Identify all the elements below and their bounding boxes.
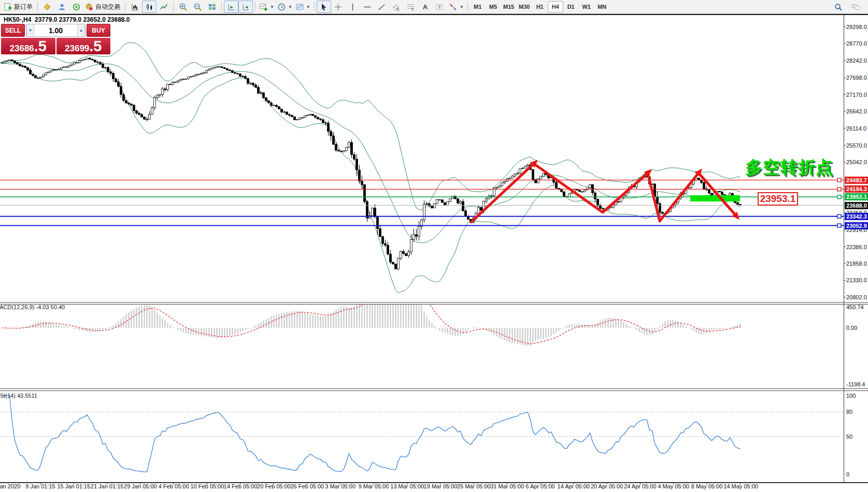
- period-selector-button[interactable]: ▼: [276, 1, 294, 13]
- zoom-in-button[interactable]: [176, 1, 190, 13]
- price-tick-label: 25042.0: [846, 159, 868, 165]
- time-label: 6 Apr 05:00: [524, 483, 557, 489]
- horizontal-line-tool-button[interactable]: [360, 1, 375, 13]
- fibonacci-tool-button[interactable]: F: [404, 1, 418, 13]
- new-order-icon: [4, 3, 12, 11]
- buy-price[interactable]: 23699 .5: [56, 38, 111, 54]
- macd-axis-label: -1198.4: [846, 381, 868, 387]
- rsi-line: [2, 396, 741, 472]
- text-label-tool-button[interactable]: T: [433, 1, 447, 13]
- time-label: 3 Mar 05:00: [324, 483, 357, 489]
- price-chart-canvas[interactable]: [0, 0, 868, 492]
- community-icon: [58, 3, 66, 11]
- dropdown-arrow-icon: ▼: [288, 5, 292, 9]
- autotrade-icon: [85, 3, 94, 11]
- macd-indicator-label: MACD(12,26,9) -4.03 50.40: [0, 304, 65, 310]
- search-button[interactable]: [831, 1, 845, 13]
- templates-button[interactable]: ▼: [294, 1, 312, 13]
- price-badge-23688.0: 23688.0: [845, 202, 868, 209]
- zoom-out-icon: [193, 3, 202, 11]
- price-badge-23342.3: 23342.3: [845, 213, 868, 220]
- line-chart-button[interactable]: [156, 1, 171, 13]
- trendline-tool-button[interactable]: [375, 1, 389, 13]
- time-label: 4 May 05:00: [657, 483, 690, 489]
- chart-shift-button[interactable]: [224, 1, 238, 13]
- bar-chart-button[interactable]: [127, 1, 142, 13]
- templates-icon: [295, 3, 304, 11]
- line-handle[interactable]: [837, 224, 841, 227]
- timeframe-m1-button[interactable]: M1: [470, 1, 486, 12]
- timeframe-d1-button[interactable]: D1: [563, 1, 579, 12]
- timeframe-m15-button[interactable]: M15: [501, 1, 517, 12]
- toolbar-separator: [467, 2, 468, 11]
- rsi-axis-label: 100: [846, 393, 868, 399]
- hline-icon: [363, 3, 372, 11]
- price-callout-box[interactable]: 23953.1: [758, 192, 798, 206]
- text-tool-button[interactable]: A: [418, 1, 433, 13]
- volume-decrease-button[interactable]: ▼: [26, 24, 34, 36]
- time-label: 20 Apr 05:00: [590, 483, 623, 489]
- time-label: 4 Feb 05:00: [157, 483, 190, 489]
- mt4-window: 新订单自动交易▼▼▼EFAT▼M1M5M15M30H1H4D1W1MN HK50…: [0, 0, 868, 492]
- auto-scroll-icon: [241, 3, 250, 11]
- timeframe-h4-button[interactable]: H4: [548, 1, 563, 12]
- candlestick-chart-button[interactable]: [142, 1, 156, 13]
- timeframe-m30-button[interactable]: M30: [517, 1, 532, 12]
- tiles-icon: [208, 3, 217, 11]
- sell-button[interactable]: SELL: [1, 24, 25, 37]
- time-label: 26 Feb 05:00: [290, 483, 323, 489]
- price-tick-label: 21858.0: [846, 261, 868, 267]
- buy-button[interactable]: BUY: [87, 24, 110, 37]
- chart-ohlc-title: HK50-,H4 23779.0 23779.0 23652.0 23688.0: [4, 16, 130, 23]
- price-badge-24194.3: 24194.3: [845, 185, 868, 193]
- timeframe-mn-button[interactable]: MN: [594, 1, 610, 12]
- time-label: 9 Mar 05:00: [357, 483, 390, 489]
- toolbar-separator: [255, 2, 255, 11]
- cursor-tool-button[interactable]: [317, 1, 331, 13]
- rsi-indicator-label: RSI(14) 43.5511: [0, 393, 37, 399]
- rsi-axis-label: 80: [846, 409, 868, 415]
- timeframe-m5-button[interactable]: M5: [486, 1, 501, 12]
- price-tick-label: 28242.0: [846, 57, 868, 64]
- line-handle[interactable]: [837, 195, 841, 199]
- tile-windows-button[interactable]: [205, 1, 219, 13]
- new-order-button[interactable]: 新订单: [2, 1, 35, 13]
- timeframe-h1-button[interactable]: H1: [532, 1, 548, 12]
- volume-input[interactable]: [34, 24, 77, 36]
- svg-text:E: E: [397, 7, 400, 11]
- line-handle[interactable]: [837, 187, 841, 191]
- community-button[interactable]: [54, 1, 69, 13]
- auto-trading-button[interactable]: 自动交易: [83, 1, 123, 13]
- line-handle[interactable]: [837, 214, 841, 218]
- profile-icon: [43, 3, 52, 11]
- profiles-button[interactable]: [40, 1, 54, 13]
- vertical-line-tool-button[interactable]: [346, 1, 360, 13]
- chat-button[interactable]: [848, 1, 863, 13]
- macd-axis-label: 0.00: [846, 325, 868, 331]
- crosshair-tool-button[interactable]: [331, 1, 346, 13]
- turning-point-annotation[interactable]: 多空转折点: [745, 156, 833, 179]
- new-chart-icon: [259, 3, 268, 11]
- price-tick-label: 21330.0: [846, 277, 868, 283]
- new-chart-button[interactable]: ▼: [258, 1, 276, 13]
- price-tick-label: 26642.0: [846, 108, 868, 114]
- arrows-tool-button[interactable]: ▼: [447, 1, 465, 13]
- svg-text:F: F: [412, 8, 414, 11]
- dropdown-arrow-icon: ▼: [270, 5, 274, 9]
- equidistant-channel-tool-button[interactable]: E: [389, 1, 404, 13]
- chart-shift-icon: [227, 3, 236, 11]
- time-label: 25 Mar 05:00: [457, 483, 490, 489]
- svg-text:T: T: [438, 4, 441, 9]
- timeframe-w1-button[interactable]: W1: [579, 1, 594, 12]
- time-label: 14 May 05:00: [723, 483, 757, 489]
- price-tick-label: 22386.0: [846, 244, 868, 250]
- line-handle[interactable]: [837, 178, 841, 182]
- sell-price[interactable]: 23686 .5: [1, 38, 55, 54]
- auto-scroll-button[interactable]: [238, 1, 253, 13]
- signals-button[interactable]: [69, 1, 83, 13]
- green-highlight-bar[interactable]: [690, 195, 740, 201]
- time-label: Jan 2020: [0, 483, 20, 489]
- text-icon: A: [421, 3, 430, 11]
- volume-increase-button[interactable]: ▲: [77, 24, 85, 36]
- zoom-out-button[interactable]: [190, 1, 205, 13]
